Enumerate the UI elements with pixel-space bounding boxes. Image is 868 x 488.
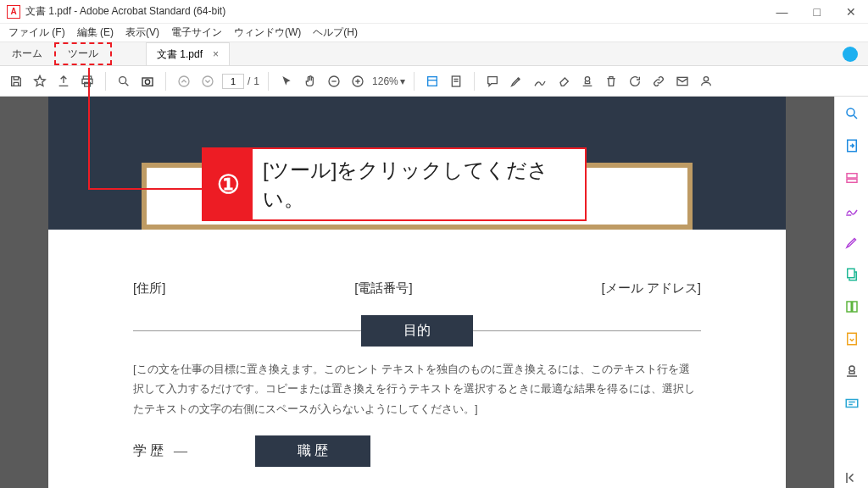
page-down-icon[interactable] [198, 72, 217, 91]
side-fill-icon[interactable] [842, 232, 862, 252]
comment-icon[interactable] [483, 72, 502, 91]
svg-rect-32 [852, 302, 856, 312]
side-edit-icon[interactable] [842, 168, 862, 188]
minimize-button[interactable]: — [771, 3, 793, 20]
menu-window[interactable]: ウィンドウ(W) [229, 24, 306, 42]
svg-point-25 [704, 76, 708, 80]
cursor-icon[interactable] [277, 72, 296, 91]
tab-home[interactable]: ホーム [0, 42, 54, 65]
save-icon[interactable] [7, 72, 25, 91]
svg-point-17 [179, 76, 189, 86]
window-title: 文書 1.pdf - Adobe Acrobat Standard (64-bi… [25, 4, 771, 19]
tab-document-label: 文書 1.pdf [157, 47, 203, 62]
doc-purpose-section: 目的 [133, 313, 701, 347]
print-icon[interactable] [78, 72, 97, 91]
page-sep: / [248, 75, 250, 87]
svg-rect-35 [846, 400, 858, 408]
side-export-icon[interactable] [842, 136, 862, 156]
svg-point-23 [585, 76, 589, 80]
page-total: 1 [253, 75, 259, 87]
doc-sections-row: 学 歴 — 職 歴 [133, 434, 701, 468]
side-sign-icon[interactable] [842, 200, 862, 220]
acrobat-app-icon: A [7, 5, 20, 19]
svg-rect-28 [847, 174, 857, 178]
doc-career-label: 職 歴 [255, 435, 370, 467]
zoom-out-icon[interactable] [325, 72, 343, 91]
tab-document[interactable]: 文書 1.pdf × [146, 42, 230, 65]
highlight-icon[interactable] [507, 72, 526, 91]
callout-number: ① [203, 149, 253, 219]
side-collapse-icon[interactable] [842, 468, 862, 488]
maximize-button[interactable]: □ [809, 3, 826, 20]
menu-file[interactable]: ファイル (F) [3, 24, 70, 42]
titlebar: A 文書 1.pdf - Adobe Acrobat Standard (64-… [0, 0, 868, 24]
callout-line-horizontal [88, 188, 203, 190]
delete-icon[interactable] [602, 72, 620, 91]
svg-rect-29 [847, 180, 857, 183]
side-search-icon[interactable] [842, 103, 862, 124]
search-icon[interactable] [114, 72, 133, 91]
link-icon[interactable] [649, 72, 668, 91]
callout-text: [ツール]をクリックしてください。 [253, 149, 585, 219]
zoom-dropdown-icon: ▾ [400, 75, 405, 87]
draw-icon[interactable] [531, 72, 549, 91]
side-compress-icon[interactable] [842, 297, 862, 317]
svg-point-26 [847, 108, 854, 116]
side-organize-icon[interactable] [842, 264, 862, 285]
camera-icon[interactable] [138, 72, 157, 91]
doc-info-row: [住所] [電話番号] [メール アドレス] [133, 280, 701, 297]
close-button[interactable]: ✕ [841, 3, 861, 20]
side-convert-icon[interactable] [842, 329, 862, 349]
right-sidepanel [834, 97, 868, 488]
menu-esign[interactable]: 電子サイン [166, 24, 227, 42]
svg-rect-30 [847, 269, 854, 278]
zoom-in-icon[interactable] [348, 72, 367, 91]
page-up-icon[interactable] [175, 72, 193, 91]
tabs-row: ホーム ツール 文書 1.pdf × [0, 42, 868, 66]
zoom-level[interactable]: 126% ▾ [372, 75, 405, 87]
zoom-value: 126% [372, 75, 398, 87]
svg-rect-31 [847, 302, 851, 312]
callout-box: ① [ツール]をクリックしてください。 [202, 147, 587, 221]
menu-edit[interactable]: 編集 (E) [72, 24, 119, 42]
svg-rect-33 [847, 333, 856, 345]
doc-phone: [電話番号] [354, 280, 412, 297]
svg-point-34 [849, 366, 854, 371]
doc-purpose-label: 目的 [361, 315, 473, 347]
dash: — [174, 443, 187, 458]
menu-view[interactable]: 表示(V) [120, 24, 164, 42]
tab-close-icon[interactable]: × [213, 48, 219, 60]
svg-point-16 [145, 80, 149, 84]
menubar: ファイル (F) 編集 (E) 表示(V) 電子サイン ウィンドウ(W) ヘルプ… [0, 24, 868, 42]
doc-email: [メール アドレス] [601, 280, 701, 297]
page-indicator: / 1 [222, 74, 259, 89]
doc-education-label: 学 歴 — [133, 442, 187, 460]
fit-width-icon[interactable] [423, 72, 442, 91]
doc-address: [住所] [133, 280, 165, 297]
svg-rect-21 [427, 76, 437, 86]
side-more-icon[interactable] [842, 393, 862, 413]
toolbar: / 1 126% ▾ [0, 66, 868, 97]
upload-icon[interactable] [54, 72, 73, 91]
stamp-icon[interactable] [578, 72, 597, 91]
page-current-input[interactable] [222, 74, 244, 89]
avatar[interactable] [843, 47, 858, 62]
fit-page-icon[interactable] [447, 72, 465, 91]
star-icon[interactable] [31, 72, 49, 91]
doc-body-text: [この文を仕事の目標に置き換えます。このヒント テキストを独自のものに置き換える… [133, 359, 701, 419]
rotate-icon[interactable] [626, 72, 644, 91]
menu-help[interactable]: ヘルプ(H) [308, 24, 363, 42]
erase-icon[interactable] [554, 72, 573, 91]
email-icon[interactable] [673, 72, 692, 91]
hand-icon[interactable] [301, 72, 320, 91]
svg-point-14 [120, 76, 126, 83]
callout-line-vertical [88, 68, 90, 190]
side-stamp-icon[interactable] [842, 361, 862, 381]
svg-point-18 [203, 76, 213, 86]
education-text: 学 歴 [133, 442, 164, 460]
tab-tools[interactable]: ツール [54, 42, 112, 65]
share-user-icon[interactable] [697, 72, 715, 91]
